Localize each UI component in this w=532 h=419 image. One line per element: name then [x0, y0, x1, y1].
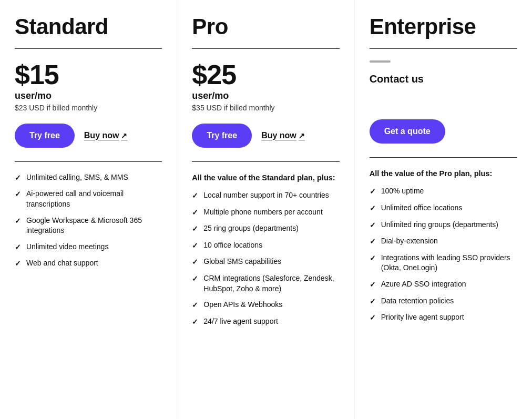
checkmark-icon: ✓	[370, 203, 376, 214]
enterprise-price-area: Contact us	[370, 60, 517, 108]
checkmark-icon: ✓	[15, 189, 21, 200]
list-item: ✓Integrations with leading SSO providers…	[370, 253, 517, 273]
pro-btn-row: Try free Buy now ↗	[192, 124, 339, 148]
standard-feature-list: ✓Unlimited calling, SMS, & MMS ✓Ai-power…	[15, 172, 162, 269]
feature-text: Google Workspace & Microsoft 365 integra…	[26, 216, 162, 236]
list-item: ✓100% uptime	[370, 186, 517, 197]
pro-features-divider	[192, 161, 339, 162]
standard-price-area: $15 user/mo $23 USD if billed monthly	[15, 60, 162, 112]
checkmark-icon: ✓	[370, 253, 376, 264]
checkmark-icon: ✓	[370, 313, 376, 323]
feature-text: Priority live agent support	[381, 312, 464, 323]
feature-text: Multiple phone numbers per account	[203, 207, 322, 218]
feature-text: Azure AD SSO integration	[381, 279, 466, 290]
standard-btn-row: Try free Buy now ↗	[15, 124, 162, 148]
list-item: ✓Global SMS capabilities	[192, 257, 339, 268]
list-item: ✓Unlimited office locations	[370, 203, 517, 214]
checkmark-icon: ✓	[15, 242, 21, 253]
checkmark-icon: ✓	[192, 274, 198, 284]
feature-text: Local number support in 70+ countries	[203, 190, 329, 201]
checkmark-icon: ✓	[370, 297, 376, 307]
feature-text: Dial-by-extension	[381, 236, 438, 247]
feature-text: Integrations with leading SSO providers …	[381, 253, 517, 273]
list-item: ✓10 office locations	[192, 240, 339, 251]
enterprise-get-quote-button[interactable]: Get a quote	[370, 119, 445, 144]
list-item: ✓Dial-by-extension	[370, 236, 517, 247]
plan-pro: Pro $25 user/mo $35 USD if billed monthl…	[177, 0, 354, 419]
plan-standard: Standard $15 user/mo $23 USD if billed m…	[0, 0, 177, 419]
plan-pro-title: Pro	[192, 15, 339, 39]
standard-try-free-button[interactable]: Try free	[15, 124, 75, 148]
enterprise-btn-row: Get a quote	[370, 119, 517, 144]
list-item: ✓Open APIs & Webhooks	[192, 300, 339, 311]
list-item: ✓Unlimited video meetings	[15, 242, 162, 253]
feature-text: Data retention policies	[381, 296, 454, 306]
list-item: ✓Priority live agent support	[370, 312, 517, 323]
enterprise-contact-label: Contact us	[370, 73, 517, 85]
feature-text: 25 ring groups (departments)	[203, 223, 299, 234]
standard-buy-now-label: Buy now	[84, 131, 119, 140]
list-item: ✓Azure AD SSO integration	[370, 279, 517, 290]
feature-text: Web and chat support	[26, 258, 98, 269]
feature-text: 10 office locations	[203, 240, 262, 251]
checkmark-icon: ✓	[192, 224, 198, 234]
enterprise-contact-dash	[370, 60, 391, 63]
list-item: ✓Data retention policies	[370, 296, 517, 307]
feature-text: 100% uptime	[381, 186, 424, 197]
standard-period: user/mo	[15, 90, 162, 101]
pro-try-free-button[interactable]: Try free	[192, 124, 252, 148]
enterprise-feature-list: ✓100% uptime ✓Unlimited office locations…	[370, 186, 517, 323]
pro-buy-now-button[interactable]: Buy now ↗	[261, 131, 305, 140]
checkmark-icon: ✓	[370, 187, 376, 197]
list-item: ✓Local number support in 70+ countries	[192, 190, 339, 201]
plan-enterprise-title: Enterprise	[370, 15, 517, 39]
feature-text: Open APIs & Webhooks	[203, 300, 282, 310]
list-item: ✓25 ring groups (departments)	[192, 223, 339, 234]
pricing-grid: Standard $15 user/mo $23 USD if billed m…	[0, 0, 532, 419]
standard-buy-now-button[interactable]: Buy now ↗	[84, 131, 128, 140]
list-item: ✓Web and chat support	[15, 258, 162, 269]
checkmark-icon: ✓	[192, 241, 198, 251]
checkmark-icon: ✓	[370, 220, 376, 231]
checkmark-icon: ✓	[192, 191, 198, 201]
pro-buy-now-label: Buy now	[261, 131, 296, 140]
standard-title-divider	[15, 48, 162, 49]
checkmark-icon: ✓	[370, 237, 376, 247]
standard-price: $15	[15, 60, 162, 89]
list-item: ✓Ai-powered call and voicemail transcrip…	[15, 189, 162, 209]
pro-title-divider	[192, 48, 339, 49]
pro-price-area: $25 user/mo $35 USD if billed monthly	[192, 60, 339, 112]
checkmark-icon: ✓	[192, 208, 198, 218]
feature-text: Unlimited office locations	[381, 203, 463, 213]
pro-buy-now-arrow-icon: ↗	[299, 131, 305, 140]
plan-enterprise: Enterprise Contact us Get a quote All th…	[355, 0, 532, 419]
enterprise-features-intro: All the value of the Pro plan, plus:	[370, 168, 517, 179]
feature-text: Unlimited calling, SMS, & MMS	[26, 172, 128, 183]
feature-text: Global SMS capabilities	[203, 257, 281, 267]
checkmark-icon: ✓	[370, 280, 376, 290]
feature-text: CRM integrations (Salesforce, Zendesk, H…	[203, 273, 339, 294]
feature-text: Ai-powered call and voicemail transcript…	[26, 189, 162, 209]
standard-monthly-note: $23 USD if billed monthly	[15, 104, 162, 112]
pro-period: user/mo	[192, 90, 339, 101]
checkmark-icon: ✓	[15, 216, 21, 227]
standard-features-divider	[15, 161, 162, 162]
checkmark-icon: ✓	[192, 300, 198, 311]
checkmark-icon: ✓	[192, 257, 198, 268]
list-item: ✓Google Workspace & Microsoft 365 integr…	[15, 216, 162, 236]
checkmark-icon: ✓	[15, 259, 21, 269]
pro-feature-list: ✓Local number support in 70+ countries ✓…	[192, 190, 339, 327]
enterprise-features-divider	[370, 157, 517, 158]
standard-buy-now-arrow-icon: ↗	[121, 131, 127, 140]
pro-features-intro: All the value of the Standard plan, plus…	[192, 172, 339, 183]
list-item: ✓CRM integrations (Salesforce, Zendesk, …	[192, 273, 339, 294]
feature-text: Unlimited ring groups (departments)	[381, 220, 498, 230]
list-item: ✓Multiple phone numbers per account	[192, 207, 339, 218]
enterprise-title-divider	[370, 48, 517, 49]
pro-price: $25	[192, 60, 339, 89]
checkmark-icon: ✓	[192, 317, 198, 328]
list-item: ✓Unlimited calling, SMS, & MMS	[15, 172, 162, 183]
list-item: ✓24/7 live agent support	[192, 316, 339, 328]
pro-monthly-note: $35 USD if billed monthly	[192, 104, 339, 112]
feature-text: Unlimited video meetings	[26, 242, 108, 252]
